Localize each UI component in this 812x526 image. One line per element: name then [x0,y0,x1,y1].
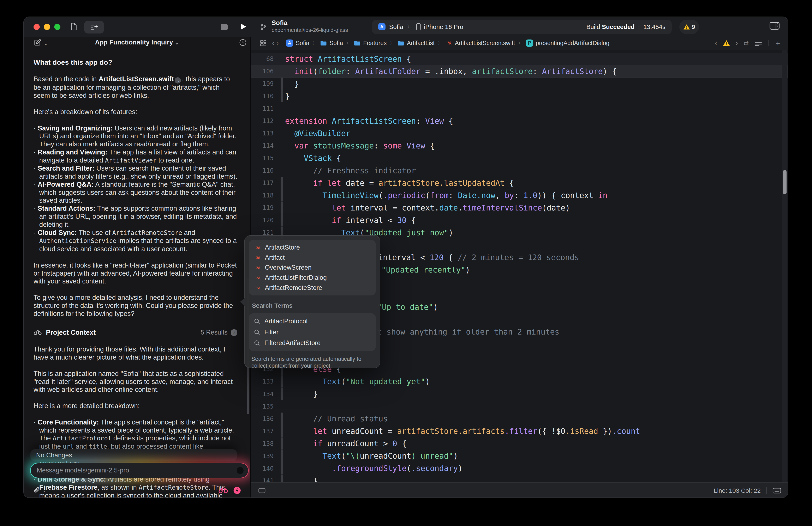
search-term-item[interactable]: ArtifactProtocol [249,316,376,327]
fold-ribbon [279,475,285,482]
code-line[interactable]: 112extension ArtifactListScreen: View { [251,115,788,127]
fold-ribbon [279,127,285,139]
breadcrumb-item[interactable]: ArtifactList [397,40,435,46]
fold-ribbon-segment [280,475,283,482]
device-name[interactable]: iPhone 16 Pro [424,24,463,30]
code-line[interactable]: 119let interval = context.date.timeInter… [251,201,788,214]
code-line[interactable]: 111 [251,102,788,115]
chat-paragraph: Thank you for providing those files. Wit… [33,345,237,361]
line-col-indicator: Line: 103 Col: 22 [714,487,761,494]
line-number: 111 [251,105,279,112]
code-line[interactable]: 134} [251,388,788,400]
code-line[interactable]: 137let unreadCount = artifactStore.artif… [251,425,788,437]
breadcrumb-label: Features [363,40,387,46]
code-line[interactable]: 139Text("\(unreadCount) unread") [251,450,788,462]
new-file-icon[interactable] [70,22,78,31]
message-input[interactable] [31,467,237,474]
code-line[interactable]: 135 [251,400,788,412]
code-line[interactable]: 138if unreadCount > 0 { [251,437,788,450]
chat-paragraph: This is an application named "Sofia" tha… [33,370,237,394]
fold-ribbon-segment [280,177,283,189]
context-file-item[interactable]: ArtifactListFilterDialog [249,273,376,283]
line-number: 115 [251,154,279,162]
project-status[interactable]: Sofia experimental/ios-26-liquid-glass [260,19,348,33]
line-number: 110 [251,92,279,100]
inspector-toggle-icon[interactable] [769,22,780,30]
forward-chevron-icon[interactable]: › [276,39,279,47]
code-line[interactable]: 109} [251,77,788,90]
window-close-button[interactable] [33,24,40,30]
next-issue-icon[interactable]: › [736,39,738,47]
code-line[interactable]: 140.foregroundStyle(.secondary) [251,462,788,475]
search-term-item[interactable]: Filter [249,327,376,337]
context-file-item[interactable]: OverviewScreen [249,262,376,273]
code-line[interactable]: 141} [251,475,788,482]
attach-button[interactable]: ⌄ [33,486,46,494]
fold-ribbon-segment [280,450,283,462]
add-editor-icon[interactable]: ＋ [774,38,781,48]
chat-title[interactable]: App Functionality Inquiry ⌄ [24,39,250,46]
line-number: 112 [251,117,279,124]
context-file-item[interactable]: Artifact [249,253,376,262]
breadcrumb-item[interactable]: ASofia [286,40,309,47]
code-line[interactable]: 136// Unread status [251,412,788,425]
context-file-label: OverviewScreen [265,264,311,271]
history-clock-icon[interactable] [239,39,247,46]
scheme-device-build-pill[interactable]: A Sofia 〉 iPhone 16 Pro Build Succeeded … [372,20,672,34]
code-line[interactable]: 116// Freshness indicator [251,164,788,177]
project-context-binoculars-icon[interactable] [218,487,228,494]
fold-ribbon-segment [280,412,283,425]
code-line[interactable]: 113@ViewBuilder [251,127,788,139]
code-text: VStack { [285,152,788,164]
breadcrumb-label: Sofia [330,40,343,46]
code-line[interactable]: 133Text("Not updated yet") [251,375,788,388]
run-button[interactable] [241,23,247,31]
ai-assistant-toggle-button[interactable] [84,21,104,34]
window-minimize-button[interactable] [44,24,50,30]
code-line[interactable]: 117if let date = artifactStore.lastUpdat… [251,177,788,189]
scheme-name[interactable]: Sofia [389,24,403,30]
window-zoom-button[interactable] [54,24,60,30]
keyboard-icon[interactable] [772,487,781,494]
previous-issue-icon[interactable]: ‹ [715,39,717,47]
project-context-header: Project Context5 Resultsi [33,329,237,336]
user-question: What does this app do? [33,58,237,66]
related-items-grid-icon[interactable] [260,40,267,47]
search-term-label: Filter [264,329,278,336]
code-line[interactable]: 115VStack { [251,152,788,164]
search-term-label: ArtifactProtocol [264,318,307,325]
context-file-item[interactable]: ArtifactRemoteStore [249,283,376,293]
stop-button[interactable] [221,24,228,31]
context-file-label: ArtifactListFilterDialog [265,274,327,281]
code-text: if let date = artifactStore.lastUpdatedA… [285,177,788,189]
device-preview-icon[interactable] [258,487,266,494]
warning-count-badge[interactable]: 9 [679,20,699,34]
search-term-item[interactable]: FilteredArtifactStore [249,337,376,349]
code-line[interactable]: 118TimelineView(.periodic(from: Date.now… [251,189,788,201]
breadcrumb-item[interactable]: Features [354,40,387,46]
breadcrumb-item[interactable]: PpresentingAddArtifactDialog [526,40,609,47]
code-line[interactable]: 114var statusMessage: some View { [251,139,788,152]
code-line[interactable]: 120if interval < 30 { [251,214,788,226]
context-file-item[interactable]: ArtifactStore [249,242,376,253]
swap-editor-icon[interactable]: ⇄ [743,40,749,47]
minimap-lines-icon[interactable] [754,40,762,46]
arrow-circle-icon[interactable]: → [175,77,181,84]
issue-warning-icon[interactable] [723,40,730,46]
folder-icon [354,40,361,46]
info-icon[interactable]: i [231,329,237,336]
code-text: if interval < 30 { [285,214,788,226]
editor-scroll-track[interactable] [782,50,787,498]
breadcrumb-item[interactable]: Sofia [320,40,343,46]
send-button[interactable] [237,467,244,474]
back-chevron-icon[interactable]: ‹ [272,39,274,47]
auto-mode-bolt-icon[interactable] [233,486,241,494]
code-line[interactable]: 68struct ArtifactListScreen { [251,53,788,65]
code-line[interactable]: 110} [251,90,788,102]
breadcrumb-item[interactable]: ArtifactListScreen.swift [446,40,515,46]
line-number: 113 [251,130,279,137]
code-line[interactable]: 106init(folder: ArtifactFolder = .inbox,… [251,65,788,77]
editor-scroll-thumb[interactable] [783,170,787,194]
build-separator: | [638,24,640,30]
fold-ribbon-segment [280,189,283,201]
